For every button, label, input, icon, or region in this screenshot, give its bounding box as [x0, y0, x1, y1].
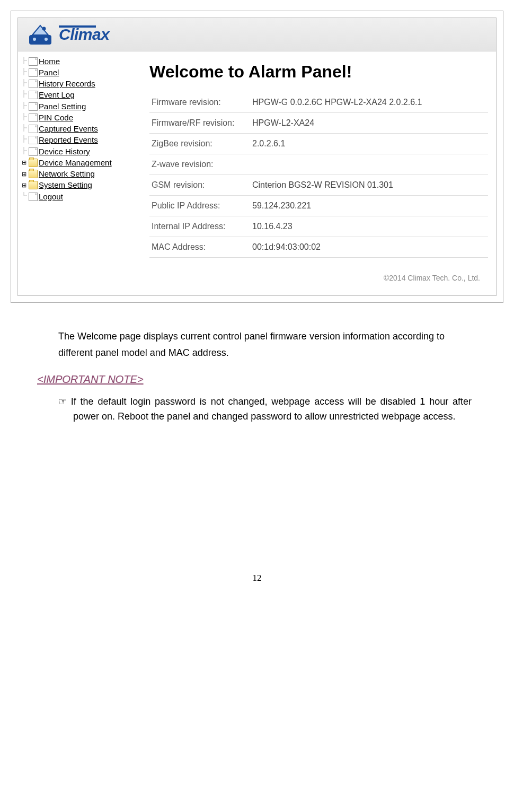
info-value: Cinterion BGS2-W REVISION 01.301 — [252, 180, 393, 190]
info-value: 2.0.2.6.1 — [252, 139, 285, 149]
tree-line-icon — [20, 79, 28, 89]
info-row: Public IP Address:59.124.230.221 — [149, 196, 488, 216]
tree-line-icon — [20, 68, 28, 77]
sidebar-item-label[interactable]: Logout — [39, 191, 63, 202]
sidebar-item-label[interactable]: System Setting — [39, 180, 92, 190]
sidebar-item-label[interactable]: Network Setting — [39, 169, 95, 179]
sidebar: HomePanelHistory RecordsEvent LogPanel S… — [18, 51, 134, 295]
tree-line-icon — [20, 124, 28, 134]
header-bar: Climax — [18, 18, 496, 51]
brand-name: Climax — [59, 25, 109, 43]
tree-line-icon — [20, 90, 28, 100]
page-number: 12 — [11, 573, 503, 583]
tree-line-icon — [20, 147, 28, 156]
sidebar-item-label[interactable]: Home — [39, 56, 60, 67]
content-area: HomePanelHistory RecordsEvent LogPanel S… — [18, 51, 496, 295]
sidebar-item-pin-code[interactable]: PIN Code — [20, 112, 131, 123]
sidebar-item-label[interactable]: Device Management — [39, 158, 112, 168]
sidebar-item-reported-events[interactable]: Reported Events — [20, 135, 131, 146]
sidebar-item-label[interactable]: History Records — [39, 78, 95, 89]
info-row: Z-wave revision: — [149, 154, 488, 175]
page-icon — [29, 125, 38, 133]
info-label: Firmware/RF revision: — [152, 118, 252, 128]
info-row: Firmware/RF revision:HPGW-L2-XA24 — [149, 113, 488, 134]
page-icon — [29, 68, 38, 77]
info-label: MAC Address: — [152, 242, 252, 252]
info-label: Internal IP Address: — [152, 222, 252, 231]
tree-line-icon — [20, 113, 28, 123]
expand-icon[interactable]: ⊞ — [20, 181, 28, 189]
info-label: Public IP Address: — [152, 201, 252, 211]
info-row: ZigBee revision:2.0.2.6.1 — [149, 134, 488, 154]
page-icon — [29, 113, 38, 122]
app-window: Climax HomePanelHistory RecordsEvent Log… — [17, 18, 497, 296]
important-note-body: ☞ If the default login password is not c… — [58, 395, 472, 424]
sidebar-item-label[interactable]: Panel — [39, 67, 59, 78]
info-value: 59.124.230.221 — [252, 201, 311, 211]
info-value: 00:1d:94:03:00:02 — [252, 242, 321, 252]
tree-line-icon — [20, 192, 28, 202]
sidebar-item-event-log[interactable]: Event Log — [20, 90, 131, 101]
folder-icon — [29, 181, 38, 189]
screenshot-frame: Climax HomePanelHistory RecordsEvent Log… — [11, 11, 503, 303]
tree-line-icon — [20, 57, 28, 66]
tree-line-icon — [20, 102, 28, 111]
sidebar-item-panel-setting[interactable]: Panel Setting — [20, 101, 131, 112]
sidebar-item-network-setting[interactable]: ⊞Network Setting — [20, 169, 131, 180]
folder-icon — [29, 170, 38, 178]
page-title: Welcome to Alarm Panel! — [149, 62, 488, 82]
folder-icon — [29, 159, 38, 167]
info-row: Internal IP Address:10.16.4.23 — [149, 216, 488, 237]
document-body: The Welcome page displays current contro… — [11, 303, 503, 424]
sidebar-item-label[interactable]: Event Log — [39, 90, 75, 100]
info-value: HPGW-G 0.0.2.6C HPGW-L2-XA24 2.0.2.6.1 — [252, 98, 422, 107]
brand-logo: Climax — [26, 23, 488, 46]
sidebar-item-label[interactable]: Panel Setting — [39, 101, 86, 112]
info-value: HPGW-L2-XA24 — [252, 118, 314, 128]
info-label: ZigBee revision: — [152, 139, 252, 149]
copyright-text: ©2014 Climax Tech. Co., Ltd. — [149, 258, 488, 290]
note-text-content: If the default login password is not cha… — [71, 396, 472, 422]
page-icon — [29, 147, 38, 156]
svg-rect-0 — [29, 35, 51, 45]
page-icon — [29, 193, 38, 201]
info-row: Firmware revision:HPGW-G 0.0.2.6C HPGW-L… — [149, 92, 488, 113]
svg-point-3 — [42, 27, 46, 31]
sidebar-item-label[interactable]: Captured Events — [39, 124, 98, 134]
sidebar-item-panel[interactable]: Panel — [20, 67, 131, 78]
svg-point-1 — [33, 38, 36, 41]
important-note-heading: <IMPORTANT NOTE> — [37, 370, 472, 388]
info-value: 10.16.4.23 — [252, 222, 293, 231]
info-label: Z-wave revision: — [152, 160, 252, 169]
info-label: GSM revision: — [152, 180, 252, 190]
svg-point-2 — [45, 38, 48, 41]
sidebar-item-label[interactable]: Device History — [39, 146, 90, 157]
page-icon — [29, 102, 38, 111]
page-icon — [29, 136, 38, 144]
expand-icon[interactable]: ⊞ — [20, 159, 28, 167]
tree-line-icon — [20, 135, 28, 145]
sidebar-item-device-history[interactable]: Device History — [20, 146, 131, 157]
info-row: MAC Address:00:1d:94:03:00:02 — [149, 237, 488, 258]
sidebar-item-device-management[interactable]: ⊞Device Management — [20, 157, 131, 168]
info-table: Firmware revision:HPGW-G 0.0.2.6C HPGW-L… — [149, 92, 488, 258]
main-panel: Welcome to Alarm Panel! Firmware revisio… — [134, 51, 496, 295]
page-icon — [29, 57, 38, 66]
pointing-hand-icon: ☞ — [58, 396, 71, 407]
sidebar-item-label[interactable]: Reported Events — [39, 135, 98, 145]
page-icon — [29, 80, 38, 88]
info-label: Firmware revision: — [152, 98, 252, 107]
info-row: GSM revision:Cinterion BGS2-W REVISION 0… — [149, 175, 488, 196]
paragraph-description: The Welcome page displays current contro… — [58, 328, 472, 361]
sidebar-item-system-setting[interactable]: ⊞System Setting — [20, 180, 131, 191]
page-icon — [29, 91, 38, 99]
expand-icon[interactable]: ⊞ — [20, 170, 28, 178]
sidebar-item-logout[interactable]: Logout — [20, 191, 131, 202]
sidebar-item-history-records[interactable]: History Records — [20, 78, 131, 90]
sidebar-item-home[interactable]: Home — [20, 56, 131, 67]
sidebar-item-captured-events[interactable]: Captured Events — [20, 124, 131, 135]
logo-mark-icon — [26, 23, 55, 46]
sidebar-item-label[interactable]: PIN Code — [39, 112, 73, 123]
